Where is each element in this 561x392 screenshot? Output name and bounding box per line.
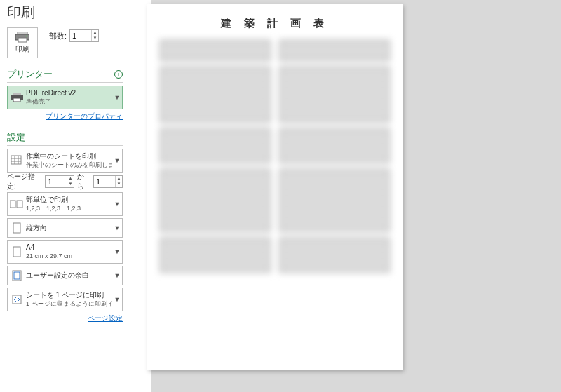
spin-down-icon[interactable]: ▼ (116, 182, 122, 187)
spin-down-icon[interactable]: ▼ (67, 182, 74, 187)
svg-rect-2 (18, 38, 27, 42)
spin-up-icon[interactable]: ▲ (116, 176, 122, 182)
paper-dropdown[interactable]: A4 21 cm x 29.7 cm ▼ (7, 240, 123, 264)
page-range-label: ページ指定: (7, 172, 42, 191)
page-setup-link[interactable]: ページ設定 (7, 313, 123, 323)
scaling-dropdown[interactable]: シートを 1 ページに印刷 1 ページに収まるように印刷イメー… ▼ (7, 288, 123, 311)
page-range-row: ページ指定: ▲▼ から ▲▼ (7, 175, 123, 189)
settings-section-header: 設定 (7, 131, 123, 146)
sheets-icon (8, 155, 26, 166)
chevron-down-icon[interactable]: ▼ (112, 224, 122, 231)
chevron-down-icon[interactable]: ▼ (112, 94, 122, 101)
collate-line1: 部単位で印刷 (26, 196, 112, 204)
margins-icon (8, 270, 26, 281)
svg-rect-13 (17, 201, 22, 208)
svg-rect-5 (13, 93, 21, 95)
scaling-line1: シートを 1 ページに印刷 (26, 291, 112, 299)
settings-section-title: 設定 (7, 131, 25, 144)
page-from-input[interactable] (46, 176, 67, 187)
paper-line2: 21 cm x 29.7 cm (26, 252, 112, 260)
collate-line2: 1,2,3 1,2,3 1,2,3 (26, 204, 112, 212)
orientation-dropdown[interactable]: 縦方向 ▼ (7, 218, 123, 238)
collate-icon (8, 199, 26, 209)
print-button-label: 印刷 (15, 44, 29, 54)
page-from-spinner[interactable]: ▲▼ (45, 175, 74, 188)
svg-rect-6 (13, 98, 20, 102)
copies-input[interactable] (70, 30, 91, 41)
chevron-down-icon[interactable]: ▼ (112, 157, 122, 164)
portrait-icon (8, 222, 26, 234)
printer-section-header: プリンター i (7, 68, 123, 83)
printer-properties-link[interactable]: プリンターのプロパティ (7, 111, 123, 121)
spin-up-icon[interactable]: ▲ (67, 176, 74, 182)
paper-line1: A4 (26, 243, 112, 252)
printer-dropdown[interactable]: PDF reDirect v2 準備完了 ▼ (7, 86, 123, 109)
preview-page: 建 築 計 画 表 (147, 4, 403, 370)
page-to-spinner[interactable]: ▲▼ (93, 175, 123, 188)
margins-line1: ユーザー設定の余白 (26, 271, 112, 280)
print-what-dropdown[interactable]: 作業中のシートを印刷 作業中のシートのみを印刷します ▼ (7, 149, 123, 173)
chevron-down-icon[interactable]: ▼ (112, 272, 122, 279)
margins-dropdown[interactable]: ユーザー設定の余白 ▼ (7, 266, 123, 285)
preview-document-title: 建 築 計 画 表 (160, 17, 390, 30)
svg-rect-7 (11, 156, 21, 164)
spin-up-icon[interactable]: ▲ (92, 30, 98, 36)
copies-spinner[interactable]: ▲ ▼ (69, 29, 99, 42)
collate-dropdown[interactable]: 部単位で印刷 1,2,3 1,2,3 1,2,3 ▼ (7, 192, 123, 216)
chevron-down-icon[interactable]: ▼ (112, 248, 122, 255)
info-icon[interactable]: i (114, 70, 123, 79)
svg-point-3 (26, 36, 27, 37)
print-button[interactable]: 印刷 (7, 27, 38, 58)
orientation-line1: 縦方向 (26, 224, 112, 232)
settings-panel: 印刷 部数: ▲ ▼ プリンター i PDF reDirect (0, 27, 123, 325)
page-icon (8, 246, 26, 257)
printer-device-icon (8, 93, 26, 102)
scaling-line2: 1 ページに収まるように印刷イメー… (26, 299, 112, 308)
print-action-row: 印刷 部数: ▲ ▼ (7, 27, 123, 58)
copies-row: 部数: ▲ ▼ (49, 29, 99, 43)
printer-name: PDF reDirect v2 (26, 89, 112, 97)
svg-rect-15 (13, 247, 20, 257)
fit-icon (8, 294, 26, 305)
svg-rect-14 (13, 223, 20, 233)
print-what-line1: 作業中のシートを印刷 (26, 152, 112, 161)
chevron-down-icon[interactable]: ▼ (112, 201, 122, 208)
page-to-input[interactable] (94, 176, 115, 187)
page-range-to-label: から (77, 172, 90, 191)
printer-section-title: プリンター (7, 68, 53, 81)
spin-down-icon[interactable]: ▼ (92, 36, 98, 41)
svg-rect-12 (10, 201, 15, 208)
print-what-line2: 作業中のシートのみを印刷します (26, 161, 112, 169)
printer-icon (15, 32, 29, 43)
chevron-down-icon[interactable]: ▼ (112, 296, 122, 303)
printer-status: 準備完了 (26, 97, 112, 106)
preview-blurred-content (160, 40, 390, 273)
copies-label: 部数: (49, 31, 67, 41)
